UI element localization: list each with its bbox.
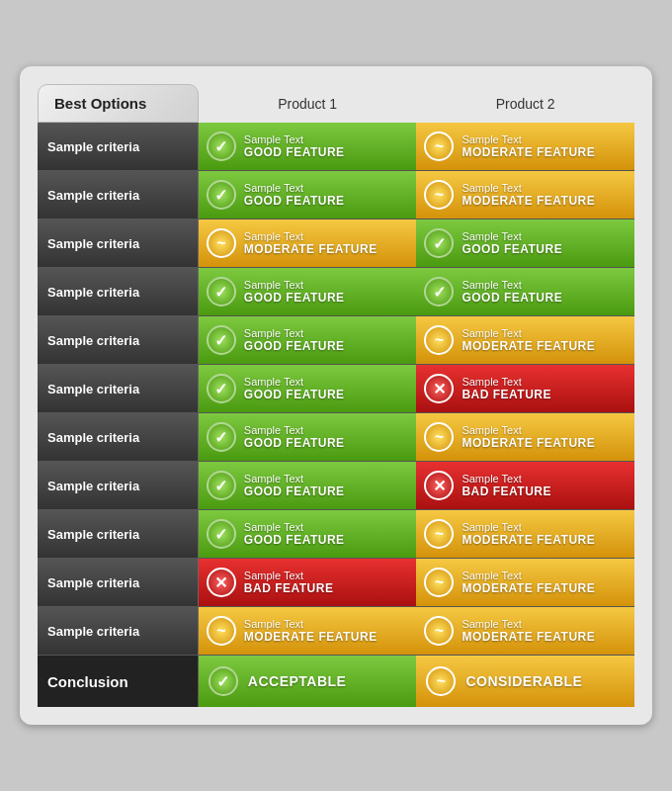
conclusion-text-2: CONSIDERABLE — [465, 673, 582, 689]
feature-line2: BAD FEATURE — [462, 388, 551, 401]
feature-line1: Sample Text — [462, 424, 595, 436]
feature-cell: ~Sample TextMODERATE FEATURE — [416, 413, 634, 462]
feature-line1: Sample Text — [462, 182, 595, 194]
criteria-cell: Sample criteria — [38, 268, 199, 316]
feature-cell: ✓Sample TextGOOD FEATURE — [416, 268, 634, 316]
feature-cell: ~Sample TextMODERATE FEATURE — [416, 316, 634, 365]
product1-header: Product 1 — [199, 84, 417, 123]
feature-line2: GOOD FEATURE — [244, 291, 345, 305]
feature-line2: GOOD FEATURE — [244, 194, 345, 208]
feature-line2: MODERATE FEATURE — [462, 533, 595, 547]
feature-line1: Sample Text — [244, 473, 345, 484]
feature-cell: ✕Sample TextBAD FEATURE — [416, 462, 634, 510]
feature-line1: Sample Text — [244, 521, 345, 533]
table-row: Sample criteria✓Sample TextGOOD FEATURE~… — [38, 123, 634, 171]
criteria-cell: Sample criteria — [38, 316, 199, 365]
feature-line1: Sample Text — [244, 327, 345, 339]
comparison-table-wrapper: Best Options Product 1 Product 2 Sample … — [20, 66, 652, 725]
feature-cell: ~Sample TextMODERATE FEATURE — [199, 607, 417, 656]
criteria-cell: Sample criteria — [38, 559, 199, 607]
feature-cell: ✓Sample TextGOOD FEATURE — [199, 268, 417, 316]
feature-line1: Sample Text — [244, 133, 345, 145]
feature-cell: ✓Sample TextGOOD FEATURE — [199, 171, 417, 220]
feature-cell: ✓Sample TextGOOD FEATURE — [199, 510, 417, 559]
feature-line1: Sample Text — [244, 376, 345, 388]
product2-header: Product 2 — [416, 84, 634, 123]
feature-line2: GOOD FEATURE — [244, 484, 345, 498]
feature-cell: ✕Sample TextBAD FEATURE — [416, 365, 634, 413]
table-row: Sample criteria✓Sample TextGOOD FEATURE~… — [38, 316, 634, 365]
feature-line2: MODERATE FEATURE — [462, 581, 595, 595]
feature-line2: BAD FEATURE — [244, 581, 334, 595]
feature-line1: Sample Text — [244, 279, 345, 291]
feature-line2: GOOD FEATURE — [244, 388, 345, 401]
conclusion-text-1: ACCEPTABLE — [248, 673, 347, 689]
table-row: Sample criteria✓Sample TextGOOD FEATURE✓… — [38, 268, 634, 316]
feature-line2: BAD FEATURE — [462, 484, 551, 498]
table-row: Sample criteria~Sample TextMODERATE FEAT… — [38, 607, 634, 656]
comparison-table: Best Options Product 1 Product 2 Sample … — [38, 84, 634, 707]
feature-cell: ✓Sample TextGOOD FEATURE — [416, 220, 634, 268]
feature-cell: ~Sample TextMODERATE FEATURE — [416, 510, 634, 559]
feature-line1: Sample Text — [244, 424, 345, 436]
feature-line1: Sample Text — [462, 279, 562, 291]
feature-line2: MODERATE FEATURE — [462, 194, 595, 208]
table-row: Sample criteria~Sample TextMODERATE FEAT… — [38, 220, 634, 268]
feature-line1: Sample Text — [462, 618, 595, 630]
conclusion-label: Conclusion — [38, 656, 199, 707]
feature-line1: Sample Text — [462, 327, 595, 339]
feature-cell: ✓Sample TextGOOD FEATURE — [199, 123, 417, 171]
feature-line2: MODERATE FEATURE — [244, 630, 378, 644]
criteria-cell: Sample criteria — [38, 123, 199, 171]
feature-line2: MODERATE FEATURE — [462, 630, 595, 644]
feature-cell: ~Sample TextMODERATE FEATURE — [416, 171, 634, 220]
feature-cell: ✓Sample TextGOOD FEATURE — [199, 413, 417, 462]
feature-cell: ~Sample TextMODERATE FEATURE — [416, 123, 634, 171]
feature-line1: Sample Text — [462, 230, 562, 242]
feature-line2: MODERATE FEATURE — [462, 145, 595, 159]
feature-line1: Sample Text — [462, 473, 551, 484]
criteria-cell: Sample criteria — [38, 171, 199, 220]
table-row: Sample criteria✓Sample TextGOOD FEATURE~… — [38, 413, 634, 462]
feature-cell: ~Sample TextMODERATE FEATURE — [416, 607, 634, 656]
options-header: Best Options — [38, 84, 199, 123]
table-row: Sample criteria✓Sample TextGOOD FEATURE~… — [38, 171, 634, 220]
criteria-cell: Sample criteria — [38, 510, 199, 559]
feature-cell: ✓Sample TextGOOD FEATURE — [199, 462, 417, 510]
feature-line2: MODERATE FEATURE — [244, 242, 378, 256]
feature-line2: GOOD FEATURE — [244, 436, 345, 450]
conclusion-row: Conclusion✓ACCEPTABLE~CONSIDERABLE — [38, 656, 634, 707]
criteria-cell: Sample criteria — [38, 462, 199, 510]
feature-line1: Sample Text — [244, 230, 378, 242]
criteria-cell: Sample criteria — [38, 413, 199, 462]
table-row: Sample criteria✓Sample TextGOOD FEATURE✕… — [38, 462, 634, 510]
feature-line2: GOOD FEATURE — [462, 242, 562, 256]
feature-line2: GOOD FEATURE — [462, 291, 562, 305]
feature-cell: ✓Sample TextGOOD FEATURE — [199, 316, 417, 365]
feature-line1: Sample Text — [462, 133, 595, 145]
header-row: Best Options Product 1 Product 2 — [38, 84, 634, 123]
conclusion-feature-1: ✓ACCEPTABLE — [199, 656, 417, 707]
feature-cell: ✕Sample TextBAD FEATURE — [199, 559, 417, 607]
feature-line2: MODERATE FEATURE — [462, 339, 595, 353]
feature-cell: ~Sample TextMODERATE FEATURE — [416, 559, 634, 607]
feature-line2: GOOD FEATURE — [244, 145, 345, 159]
conclusion-icon-2: ~ — [426, 666, 456, 696]
feature-line1: Sample Text — [462, 570, 595, 581]
feature-line2: GOOD FEATURE — [244, 533, 345, 547]
feature-line2: MODERATE FEATURE — [462, 436, 595, 450]
feature-cell: ~Sample TextMODERATE FEATURE — [199, 220, 417, 268]
table-row: Sample criteria✓Sample TextGOOD FEATURE✕… — [38, 365, 634, 413]
criteria-cell: Sample criteria — [38, 220, 199, 268]
criteria-cell: Sample criteria — [38, 365, 199, 413]
table-row: Sample criteria✓Sample TextGOOD FEATURE~… — [38, 510, 634, 559]
table-row: Sample criteria✕Sample TextBAD FEATURE~S… — [38, 559, 634, 607]
feature-line1: Sample Text — [244, 182, 345, 194]
feature-line1: Sample Text — [244, 618, 378, 630]
conclusion-icon-1: ✓ — [209, 666, 238, 696]
feature-cell: ✓Sample TextGOOD FEATURE — [199, 365, 417, 413]
criteria-cell: Sample criteria — [38, 607, 199, 656]
feature-line1: Sample Text — [462, 521, 595, 533]
feature-line2: GOOD FEATURE — [244, 339, 345, 353]
feature-line1: Sample Text — [244, 570, 334, 581]
